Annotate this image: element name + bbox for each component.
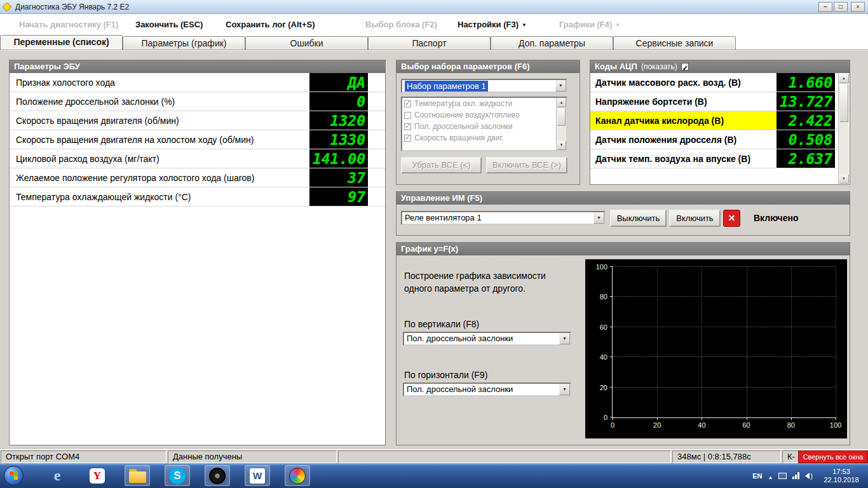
status-empty xyxy=(338,451,671,463)
tab-service-records[interactable]: Сервисные записи xyxy=(613,36,736,50)
tab-errors[interactable]: Ошибки xyxy=(245,36,368,50)
scroll-down-icon[interactable] xyxy=(557,140,566,150)
chart-plot: 020406080100020406080100 xyxy=(612,267,836,418)
graph-panel: График y=F(x) Построение графика зависим… xyxy=(396,242,850,445)
chart-x-tick-label: 0 xyxy=(611,421,614,429)
scroll-up-icon[interactable] xyxy=(557,98,566,107)
menu-save-log[interactable]: Сохранить лог (Alt+S) xyxy=(226,14,315,36)
statusbar: Открыт порт COM4 Данные получены 348мс |… xyxy=(0,449,868,463)
volume-icon[interactable] xyxy=(805,472,813,480)
actuator-dropdown[interactable]: Реле вентилятора 1 xyxy=(401,211,606,225)
panel-title: Выбор набора параметров (F6) xyxy=(397,60,580,73)
chart-y-tickmark xyxy=(610,327,613,327)
tab-variables-list[interactable]: Переменные (список) xyxy=(0,35,123,50)
windows-logo-icon xyxy=(10,471,18,480)
adc-label: Датчик положения дросселя (В) xyxy=(590,130,776,149)
param-label: Признак холостого хода xyxy=(16,78,309,88)
chevron-down-icon[interactable] xyxy=(593,212,604,224)
ecu-parameters-panel: Параметры ЭБУ Признак холостого хода ДА … xyxy=(9,60,386,445)
adc-label: Датчик темп. воздуха на впуске (В) xyxy=(590,149,776,168)
adc-value-led: 0.508 xyxy=(776,130,835,149)
horizontal-axis-dropdown[interactable]: Пол. дроссельной заслонки xyxy=(403,383,571,396)
chevron-down-icon[interactable] xyxy=(555,80,566,92)
param-value-led: 1330 xyxy=(309,130,368,149)
window-controls xyxy=(818,2,865,12)
maximize-button[interactable] xyxy=(834,2,848,12)
scroll-up-icon[interactable] xyxy=(839,74,849,83)
tray-expand-icon[interactable] xyxy=(768,470,773,482)
stop-icon-button[interactable] xyxy=(723,210,740,227)
start-button[interactable] xyxy=(4,466,24,485)
chart-y-tick-label: 60 xyxy=(600,323,607,331)
vertical-axis-dropdown[interactable]: Пол. дроссельной заслонки xyxy=(403,332,571,346)
turn-off-button[interactable]: Выключить xyxy=(610,210,667,227)
adc-codes-panel: Коды АЦП (показать) Датчик массового рас… xyxy=(590,60,850,185)
adc-show-checkbox[interactable] xyxy=(681,63,689,71)
table-row[interactable]: Датчик массового расх. возд. (В) 1.660 xyxy=(590,73,850,92)
adc-scrollbar[interactable] xyxy=(838,74,849,184)
table-row: Положение дроссельной заслонки (%) 0 xyxy=(10,92,385,111)
chart-gridline-h xyxy=(613,266,836,267)
param-label: Скорость вращения двигателя на холостом … xyxy=(16,135,309,145)
scrollbar-thumb[interactable] xyxy=(557,108,566,126)
clock[interactable]: 17:53 22.10.2018 xyxy=(818,468,864,484)
network-icon[interactable] xyxy=(792,472,799,479)
vertical-axis-label: По вертикали (F8) xyxy=(404,319,479,329)
param-value-led: ДА xyxy=(309,73,368,92)
panel-title-bar: Коды АЦП (показать) xyxy=(590,60,850,73)
titlebar: Диагностика ЭБУ Январь 7.2 Е2 xyxy=(0,0,868,14)
chart-gridline-h xyxy=(613,356,836,357)
tab-parameters-graph[interactable]: Параметры (график) xyxy=(123,36,245,50)
panel-title: Коды АЦП xyxy=(595,60,637,73)
param-label: Температура охлаждающей жидкости (°С) xyxy=(16,192,309,202)
taskbar-item-yandex[interactable] xyxy=(85,465,110,486)
parameter-set-dropdown[interactable]: Набор параметров 1 xyxy=(401,79,567,93)
scroll-down-icon[interactable] xyxy=(839,174,849,184)
close-button[interactable] xyxy=(851,2,865,12)
chevron-down-icon[interactable] xyxy=(559,333,570,344)
checkbox-label: Пол. дроссельной заслонки xyxy=(414,122,513,131)
checkbox-label: Скорость вращения двиг. xyxy=(414,133,504,142)
tab-extra-parameters[interactable]: Доп. параметры xyxy=(491,36,613,50)
table-row[interactable]: Датчик темп. воздуха на впуске (В) 2.637 xyxy=(590,149,850,168)
param-label: Положение дроссельной заслонки (%) xyxy=(16,97,309,107)
taskbar-item-folder[interactable] xyxy=(125,465,150,486)
window-title: Диагностика ЭБУ Январь 7.2 Е2 xyxy=(15,3,129,11)
folder-icon xyxy=(129,471,146,483)
turn-on-button[interactable]: Включить xyxy=(669,210,721,227)
main-content: Параметры ЭБУ Признак холостого хода ДА … xyxy=(0,50,868,449)
yandex-icon xyxy=(90,468,105,484)
checkbox-checked-icon xyxy=(404,135,411,142)
language-indicator[interactable]: EN xyxy=(752,472,762,480)
dropdown-value: Пол. дроссельной заслонки xyxy=(404,384,559,395)
chart-y-tick-label: 0 xyxy=(604,414,607,421)
checkbox-unchecked-icon xyxy=(404,112,411,119)
chart-x-tickmark xyxy=(791,417,792,420)
listbox-scrollbar[interactable] xyxy=(556,98,566,150)
chevron-down-icon[interactable] xyxy=(559,384,570,395)
display-icon[interactable] xyxy=(778,473,787,479)
table-row[interactable]: Датчик положения дросселя (В) 0.508 xyxy=(590,130,850,149)
chart-x-tickmark xyxy=(702,417,702,420)
remove-all-button: Убрать ВСЕ (<) xyxy=(401,157,482,173)
taskbar-item-internet-explorer[interactable] xyxy=(44,465,70,486)
minimize-all-windows-button[interactable]: Свернуть все окна xyxy=(798,451,868,463)
clock-time: 17:53 xyxy=(832,468,850,476)
menu-finish[interactable]: Закончить (ESC) xyxy=(135,14,203,36)
taskbar-item-skype[interactable] xyxy=(165,465,190,486)
chart-area: 020406080100020406080100 xyxy=(585,259,847,438)
taskbar-item-diagnostics[interactable] xyxy=(205,465,230,486)
adc-label: Датчик массового расх. возд. (В) xyxy=(590,73,776,92)
taskbar-item-word[interactable] xyxy=(245,465,270,486)
table-row[interactable]: Напряжение бортсети (В) 13.727 xyxy=(590,92,850,111)
minimize-button[interactable] xyxy=(818,2,832,12)
table-row-selected[interactable]: Канал датчика кислорода (В) 2.422 xyxy=(590,111,850,130)
adc-label: Напряжение бортсети (В) xyxy=(590,92,776,111)
scrollbar-thumb[interactable] xyxy=(839,84,848,122)
tab-passport[interactable]: Паспорт xyxy=(368,36,491,50)
adc-value-led: 1.660 xyxy=(776,73,835,92)
taskbar-item-paint[interactable] xyxy=(285,465,310,486)
menu-settings[interactable]: Настройки (F3) xyxy=(458,14,527,36)
table-row: Скорость вращения двигателя (об/мин) 132… xyxy=(10,111,385,130)
add-all-button: Включить ВСЕ (>) xyxy=(486,157,567,173)
